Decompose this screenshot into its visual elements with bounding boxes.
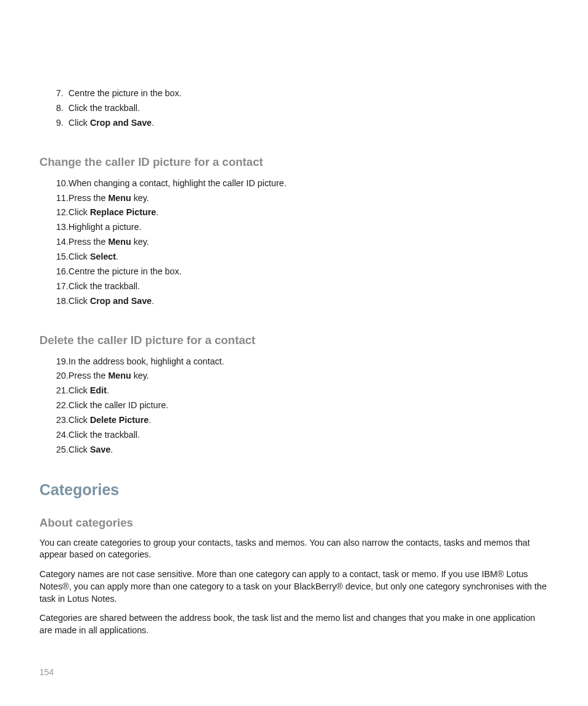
list-item: Click Edit.: [56, 384, 547, 398]
list-item: Click Crop and Save.: [56, 294, 547, 309]
list-item: Centre the picture in the box.: [56, 265, 547, 279]
paragraph-about-2: Category names are not case sensitive. M…: [39, 568, 547, 605]
bold-text: Select: [90, 252, 116, 261]
list-item: Click the trackball.: [56, 428, 547, 443]
list-item: Click Save.: [56, 443, 547, 458]
list-item: Centre the picture in the box.: [56, 86, 547, 101]
ordered-list-section-2: When changing a contact, highlight the c…: [56, 176, 547, 309]
list-item: Click Replace Picture.: [56, 205, 547, 220]
list-item: Press the Menu key.: [56, 369, 547, 384]
paragraph-about-3: Categories are shared between the addres…: [39, 612, 547, 636]
paragraph-about-1: You can create categories to group your …: [39, 537, 547, 561]
ordered-list-section-1: Centre the picture in the box.Click the …: [56, 86, 547, 131]
list-item: Click the trackball.: [56, 101, 547, 116]
list-item: Press the Menu key.: [56, 235, 547, 250]
list-item: When changing a contact, highlight the c…: [56, 176, 547, 191]
list-item: Click the trackball.: [56, 279, 547, 294]
list-item: Click Delete Picture.: [56, 413, 547, 428]
bold-text: Menu: [108, 371, 131, 380]
list-item: Click Crop and Save.: [56, 116, 547, 131]
heading-delete-caller-id: Delete the caller ID picture for a conta…: [39, 334, 547, 347]
bold-text: Delete Picture: [90, 415, 149, 425]
bold-text: Crop and Save: [90, 296, 152, 306]
list-item: Click Select.: [56, 250, 547, 265]
list-item: Highlight a picture.: [56, 220, 547, 235]
bold-text: Menu: [108, 237, 131, 247]
bold-text: Menu: [108, 193, 131, 203]
heading-change-caller-id: Change the caller ID picture for a conta…: [39, 155, 547, 169]
bold-text: Save: [90, 445, 110, 454]
bold-text: Crop and Save: [90, 118, 152, 128]
ordered-list-section-3: In the address book, highlight a contact…: [56, 355, 547, 458]
list-item: Press the Menu key.: [56, 191, 547, 206]
heading-about-categories: About categories: [39, 516, 547, 530]
heading-categories: Categories: [39, 481, 547, 499]
bold-text: Edit: [90, 385, 107, 395]
list-item: Click the caller ID picture.: [56, 398, 547, 413]
page-number: 154: [39, 667, 54, 677]
list-item: In the address book, highlight a contact…: [56, 355, 547, 369]
bold-text: Replace Picture: [90, 207, 156, 217]
